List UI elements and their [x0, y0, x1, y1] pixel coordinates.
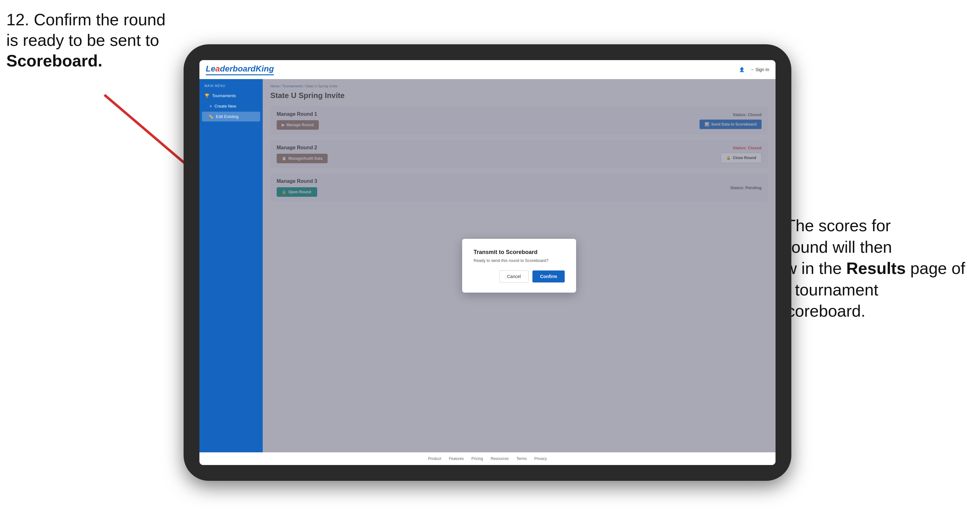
modal-buttons: Cancel Confirm	[474, 270, 565, 283]
tablet-frame: LeaderboardKing 👤 → Sign In MAIN MENU 🏆 …	[184, 44, 791, 481]
footer-resources[interactable]: Resources	[491, 456, 509, 461]
sidebar-sub-edit-existing[interactable]: ✏️ Edit Existing	[202, 112, 260, 121]
modal-cancel-button[interactable]: Cancel	[499, 270, 529, 283]
plus-icon: +	[210, 104, 212, 108]
logo: LeaderboardKing	[206, 64, 274, 75]
modal-box: Transmit to Scoreboard Ready to send thi…	[462, 239, 576, 293]
top-nav: LeaderboardKing 👤 → Sign In	[199, 60, 776, 79]
sign-in-button[interactable]: → Sign In	[749, 67, 769, 72]
sidebar: MAIN MENU 🏆 Tournaments + Create New ✏️ …	[199, 79, 263, 452]
main-menu-label: MAIN MENU	[199, 84, 263, 90]
modal-confirm-button[interactable]: Confirm	[532, 270, 565, 283]
footer-product[interactable]: Product	[428, 456, 441, 461]
footer-privacy[interactable]: Privacy	[534, 456, 547, 461]
footer-terms[interactable]: Terms	[516, 456, 527, 461]
sidebar-item-tournaments[interactable]: 🏆 Tournaments	[199, 90, 263, 101]
footer-pricing[interactable]: Pricing	[471, 456, 483, 461]
modal-title: Transmit to Scoreboard	[474, 249, 565, 256]
tablet-screen: LeaderboardKing 👤 → Sign In MAIN MENU 🏆 …	[199, 60, 776, 465]
edit-icon: ✏️	[208, 114, 213, 119]
sidebar-sub-create-new[interactable]: + Create New	[199, 101, 263, 111]
main-content: MAIN MENU 🏆 Tournaments + Create New ✏️ …	[199, 79, 776, 452]
logo-area: LeaderboardKing	[206, 64, 274, 75]
modal-subtitle: Ready to send this round to Scoreboard?	[474, 258, 565, 263]
footer: Product Features Pricing Resources Terms…	[199, 452, 776, 465]
user-icon: 👤	[739, 67, 745, 72]
sign-in-arrow-icon: →	[749, 67, 754, 72]
nav-right: 👤 → Sign In	[739, 67, 769, 72]
modal-overlay: Transmit to Scoreboard Ready to send thi…	[263, 79, 776, 452]
footer-features[interactable]: Features	[449, 456, 464, 461]
trophy-icon: 🏆	[204, 93, 210, 98]
page-content: Home / Tournaments / State U Spring Invi…	[263, 79, 776, 452]
